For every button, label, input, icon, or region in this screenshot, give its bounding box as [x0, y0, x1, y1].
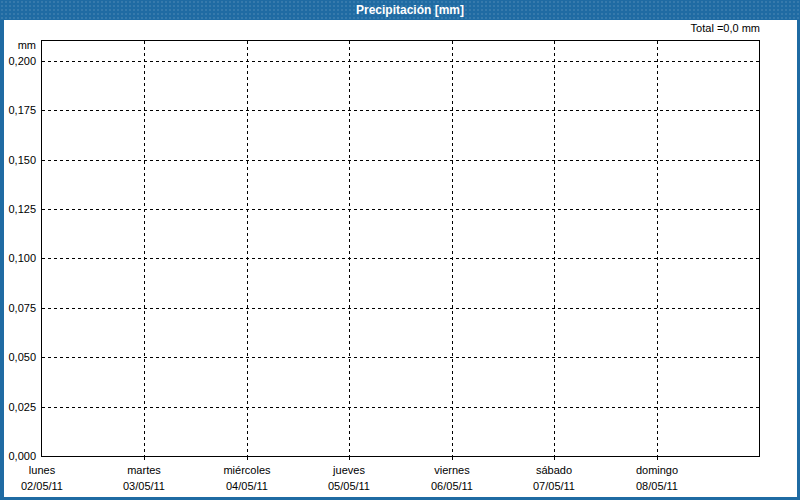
h-gridline: [42, 160, 759, 161]
v-gridline: [247, 41, 248, 456]
v-gridline: [349, 41, 350, 456]
h-gridline: [42, 308, 759, 309]
day-date-label: 03/05/11: [89, 478, 199, 494]
day-name-label: lunes: [0, 462, 97, 478]
y-tick-label: 0,200: [8, 55, 36, 68]
v-gridline: [144, 41, 145, 456]
h-gridline: [42, 61, 759, 62]
day-date-label: 02/05/11: [0, 478, 97, 494]
x-axis-tick: [452, 457, 453, 460]
y-tick-label: 0,100: [8, 252, 36, 265]
y-tick-label: 0,125: [8, 203, 36, 216]
x-axis-tick: [144, 457, 145, 460]
day-date-label: 04/05/11: [192, 478, 302, 494]
y-tick-label: 0,075: [8, 302, 36, 315]
chart-title-bar: Precipitación [mm]: [0, 0, 800, 20]
x-axis-tick: [247, 457, 248, 460]
day-date-label: 07/05/11: [499, 478, 609, 494]
v-gridline: [452, 41, 453, 456]
x-axis-tick: [554, 457, 555, 460]
x-day-label: viernes06/05/11: [397, 462, 507, 494]
day-name-label: sábado: [499, 462, 609, 478]
x-day-label: martes03/05/11: [89, 462, 199, 494]
h-gridline: [42, 407, 759, 408]
chart-title: Precipitación [mm]: [356, 3, 464, 17]
x-day-label: lunes02/05/11: [0, 462, 97, 494]
h-gridline: [42, 110, 759, 111]
y-tick-label: 0,150: [8, 154, 36, 167]
y-axis-tick-labels: 0,2000,1750,1500,1250,1000,0750,0500,025…: [0, 41, 36, 456]
y-tick-label: 0,175: [8, 104, 36, 117]
day-date-label: 08/05/11: [602, 478, 712, 494]
v-gridline: [554, 41, 555, 456]
y-tick-label: 0,050: [8, 351, 36, 364]
x-day-label: domingo08/05/11: [602, 462, 712, 494]
h-gridline: [42, 357, 759, 358]
day-name-label: domingo: [602, 462, 712, 478]
x-axis-labels: lunes02/05/11martes03/05/11miércoles04/0…: [0, 462, 800, 496]
plot-area: [41, 40, 760, 457]
day-name-label: miércoles: [192, 462, 302, 478]
x-axis-tick: [657, 457, 658, 460]
day-date-label: 05/05/11: [294, 478, 404, 494]
total-label: Total =0,0 mm: [0, 22, 760, 34]
x-day-label: jueves05/05/11: [294, 462, 404, 494]
h-gridline: [42, 258, 759, 259]
day-date-label: 06/05/11: [397, 478, 507, 494]
precipitation-chart-window: Precipitación [mm] Total =0,0 mm mm 0,20…: [0, 0, 800, 500]
day-name-label: jueves: [294, 462, 404, 478]
y-tick-label: 0,025: [8, 401, 36, 414]
x-axis-tick: [349, 457, 350, 460]
x-day-label: miércoles04/05/11: [192, 462, 302, 494]
v-gridline: [657, 41, 658, 456]
h-gridline: [42, 209, 759, 210]
day-name-label: viernes: [397, 462, 507, 478]
x-day-label: sábado07/05/11: [499, 462, 609, 494]
day-name-label: martes: [89, 462, 199, 478]
